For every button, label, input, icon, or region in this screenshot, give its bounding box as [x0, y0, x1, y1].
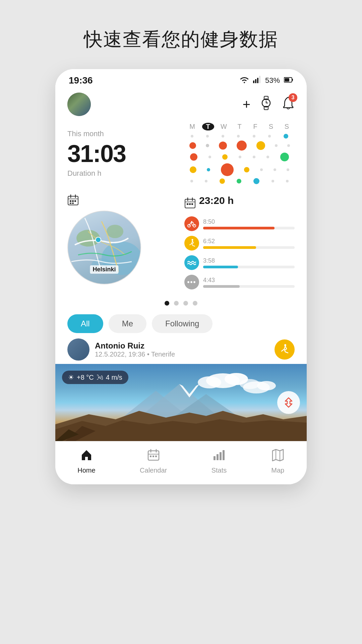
- running-info: 6:52: [203, 238, 295, 249]
- route-button[interactable]: [277, 391, 300, 414]
- nav-map[interactable]: Map: [271, 448, 285, 474]
- weather-wind: 4 m/s: [106, 374, 122, 381]
- filter-following-button[interactable]: Following: [152, 314, 213, 333]
- weather-badge: ☀ +8 °C 🌬 4 m/s: [62, 371, 128, 384]
- dot-1-6: [287, 144, 290, 147]
- total-time: 31:03: [67, 142, 178, 166]
- dot-1-5: [275, 144, 278, 147]
- nav-home[interactable]: Home: [77, 448, 95, 474]
- feed-avatar: [67, 338, 89, 361]
- running-stat: 6:52: [184, 236, 295, 251]
- dot-4-0: [190, 180, 193, 182]
- wind-icon: 🌬: [97, 374, 103, 381]
- dot-3-3: [244, 167, 249, 172]
- svg-rect-61: [220, 452, 222, 460]
- dot-1-1: [206, 144, 209, 147]
- bottom-nav: Home Calendar Stats Map: [55, 441, 307, 484]
- dots-grid: [184, 134, 295, 184]
- dots-row-2: [184, 153, 295, 161]
- map-label: Map: [271, 467, 284, 474]
- cycling-bar: [203, 227, 295, 229]
- cycling-info: 8:50: [203, 218, 295, 229]
- dot-2-6: [280, 153, 289, 161]
- status-time: 19:36: [69, 75, 93, 86]
- dot-4-4: [253, 178, 259, 184]
- dot-2-2: [222, 154, 228, 160]
- cards-section: Helsinki 23:20 h 8:50: [55, 191, 307, 294]
- dot-0-5: [268, 135, 271, 138]
- svg-rect-30: [187, 203, 188, 205]
- other-time: 4:43: [203, 277, 295, 284]
- cal-day-F: F: [249, 123, 261, 130]
- svg-point-43: [240, 379, 260, 389]
- calendar-icon: [147, 448, 160, 465]
- add-button[interactable]: +: [243, 97, 250, 112]
- dot-3-2: [221, 163, 234, 176]
- dot-2-3: [239, 156, 241, 158]
- svg-rect-62: [223, 450, 225, 460]
- dot-4-3: [237, 179, 241, 183]
- svg-point-24: [107, 225, 123, 238]
- dots-row-1: [184, 141, 295, 151]
- nav-stats[interactable]: Stats: [212, 448, 227, 474]
- notification-badge: 3: [289, 93, 297, 102]
- svg-rect-1: [255, 79, 256, 83]
- cal-day-T: T: [202, 123, 214, 130]
- other-stat: ••• 4:43: [184, 275, 295, 289]
- cal-day-S: S: [265, 123, 277, 130]
- svg-point-42: [257, 381, 276, 390]
- dot-1-0: [189, 142, 196, 149]
- svg-rect-17: [72, 200, 74, 202]
- right-panel: M T W T F S S: [184, 123, 295, 184]
- feed-info: Antonio Ruiz 12.5.2022, 19:36 • Tenerife: [95, 341, 269, 358]
- svg-rect-18: [74, 200, 76, 202]
- swimming-icon: [184, 255, 199, 270]
- battery-icon: [284, 76, 293, 85]
- dot-0-0: [191, 135, 193, 138]
- header-actions: + 3: [243, 96, 295, 113]
- dot-2-1: [208, 156, 211, 158]
- status-bar: 19:36 53%: [55, 69, 307, 89]
- status-icons: 53%: [240, 76, 293, 85]
- cal-day-W: W: [218, 123, 230, 130]
- svg-point-40: [198, 376, 221, 388]
- svg-rect-56: [150, 455, 152, 457]
- cal-day-M: M: [186, 123, 198, 130]
- svg-rect-16: [70, 200, 71, 202]
- dots-row-4: [184, 178, 295, 184]
- cycling-stat: 8:50: [184, 216, 295, 231]
- duration-label: Duration h: [67, 169, 178, 178]
- running-time: 6:52: [203, 238, 295, 245]
- svg-rect-59: [214, 456, 216, 460]
- dot-0-6: [284, 134, 288, 139]
- svg-rect-2: [257, 78, 258, 83]
- dot-3-4: [260, 168, 263, 171]
- dots-row-0: [184, 134, 295, 139]
- svg-rect-19: [70, 203, 71, 204]
- stats-calendar-icon: [184, 197, 196, 209]
- other-bar: [203, 285, 295, 288]
- main-section: This month 31:03 Duration h M T W T F S …: [55, 123, 307, 191]
- page-dot-1[interactable]: [165, 301, 169, 306]
- svg-point-35: [191, 221, 192, 222]
- watch-icon[interactable]: [260, 96, 273, 113]
- stats-icon: [212, 448, 226, 465]
- dot-2-5: [266, 156, 269, 158]
- home-label: Home: [77, 467, 95, 474]
- filter-all-button[interactable]: All: [67, 314, 103, 333]
- weather-temp: +8 °C: [77, 374, 94, 381]
- svg-rect-20: [72, 203, 74, 204]
- wifi-icon: [240, 76, 249, 85]
- stats-label: Stats: [212, 467, 227, 474]
- svg-marker-63: [273, 449, 283, 461]
- dot-4-6: [286, 180, 289, 182]
- map-circle[interactable]: Helsinki: [67, 211, 141, 284]
- avatar[interactable]: [67, 93, 91, 116]
- nav-calendar[interactable]: Calendar: [140, 448, 167, 474]
- page-dot-4[interactable]: [193, 301, 197, 306]
- page-dot-2[interactable]: [174, 301, 179, 306]
- page-dot-3[interactable]: [183, 301, 188, 306]
- notification-button[interactable]: 3: [282, 96, 295, 113]
- filter-me-button[interactable]: Me: [109, 314, 146, 333]
- feed-meta: 12.5.2022, 19:36 • Tenerife: [95, 351, 269, 358]
